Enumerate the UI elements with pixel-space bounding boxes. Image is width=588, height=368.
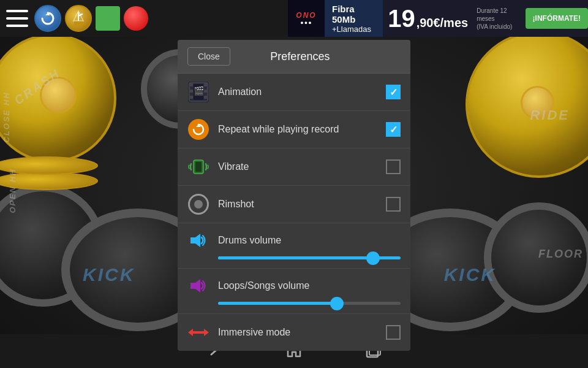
preferences-modal: Close Preferences	[178, 40, 410, 351]
vibrate-icon	[187, 156, 209, 178]
rimshot-icon	[187, 193, 209, 215]
loops-volume-thumb[interactable]	[330, 297, 344, 310]
drums-volume-label: Drums volume	[218, 235, 401, 246]
pref-immersive-row: Immersive mode	[178, 314, 410, 351]
loops-volume-icon	[187, 275, 209, 297]
drums-volume-thumb[interactable]	[366, 251, 380, 265]
svg-rect-12	[204, 96, 207, 99]
svg-rect-17	[195, 162, 202, 172]
repeat-icon	[187, 118, 209, 140]
modal-body: 🎬 Animation Repeat while playing rec	[178, 74, 410, 351]
svg-text:🎬: 🎬	[194, 86, 205, 96]
vibrate-checkbox[interactable]	[386, 159, 401, 174]
modal-title: Preferences	[243, 50, 358, 63]
modal-overlay: Close Preferences	[0, 0, 588, 368]
svg-rect-9	[190, 96, 193, 99]
pref-loops-volume-row: Loops/Songs volume	[178, 269, 410, 314]
loops-volume-track[interactable]	[218, 302, 401, 305]
immersive-icon	[187, 321, 209, 343]
pref-drums-volume-row: Drums volume	[178, 223, 410, 269]
pref-vibrate-row: Vibrate	[178, 148, 410, 186]
animation-icon: 🎬	[187, 81, 209, 103]
drums-volume-icon	[187, 229, 209, 251]
pref-repeat-row: Repeat while playing record	[178, 111, 410, 148]
modal-header: Close Preferences	[178, 40, 410, 74]
close-button[interactable]: Close	[187, 47, 230, 66]
immersive-checkbox[interactable]	[386, 325, 401, 340]
animation-checkbox[interactable]	[386, 85, 401, 99]
animation-label: Animation	[218, 86, 386, 98]
rimshot-label: Rimshot	[218, 199, 386, 210]
immersive-label: Immersive mode	[218, 327, 386, 338]
repeat-label: Repeat while playing record	[218, 124, 386, 135]
vibrate-label: Vibrate	[218, 161, 386, 172]
svg-rect-10	[204, 83, 207, 86]
svg-marker-19	[190, 279, 200, 293]
pref-animation-row: 🎬 Animation	[178, 74, 410, 111]
repeat-checkbox[interactable]	[386, 122, 401, 137]
svg-rect-8	[190, 90, 193, 93]
svg-marker-18	[190, 234, 200, 247]
pref-rimshot-row: Rimshot	[178, 186, 410, 223]
svg-rect-7	[190, 83, 193, 86]
drums-volume-track[interactable]	[218, 256, 401, 259]
rimshot-checkbox[interactable]	[386, 197, 401, 212]
loops-volume-label: Loops/Songs volume	[218, 280, 401, 291]
svg-rect-11	[204, 90, 207, 93]
svg-marker-20	[188, 329, 209, 336]
